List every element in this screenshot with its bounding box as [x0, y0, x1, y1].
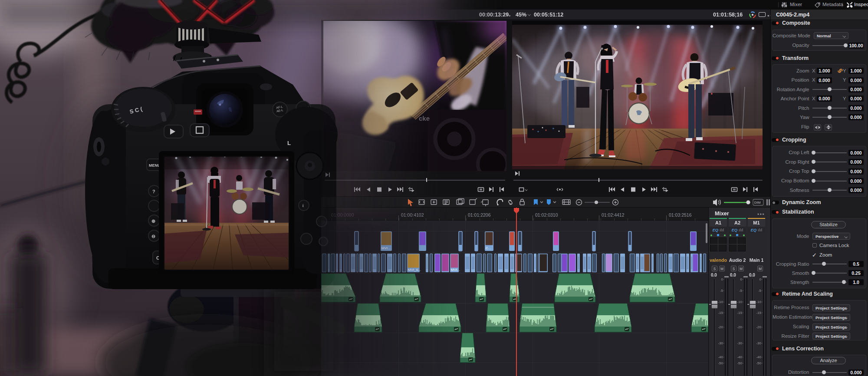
- svg-text:MVI_6...: MVI_6...: [408, 268, 421, 272]
- svg-text:C...: C...: [486, 246, 491, 250]
- svg-text:L: L: [287, 140, 291, 146]
- svg-text:01:00:0000: 01:00:0000: [331, 212, 354, 218]
- svg-text:MVI...: MVI...: [381, 246, 391, 250]
- svg-text:MVI...: MVI...: [451, 268, 460, 272]
- svg-text:⊖: ⊖: [151, 234, 155, 239]
- svg-text:01:02:0310: 01:02:0310: [535, 212, 558, 218]
- svg-text:01:01:2206: 01:01:2206: [468, 212, 491, 218]
- svg-text:DIM: DIM: [754, 201, 761, 204]
- svg-text:?: ?: [152, 189, 155, 194]
- svg-text:01:00:4102: 01:00:4102: [401, 212, 424, 218]
- svg-text:i: i: [302, 204, 304, 208]
- svg-text:⊕: ⊕: [151, 218, 155, 224]
- svg-text:01:03:2516: 01:03:2516: [669, 212, 692, 218]
- svg-text:01:02:4412: 01:02:4412: [602, 212, 625, 218]
